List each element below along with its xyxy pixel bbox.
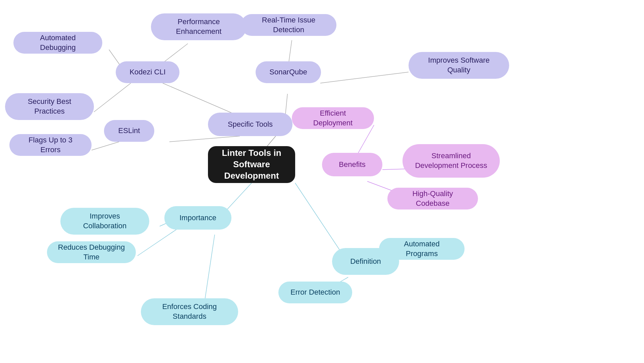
node-reduces-debugging-time: Reduces Debugging Time — [47, 241, 136, 263]
error-detection-label: Error Detection — [290, 288, 340, 297]
benefits-label: Benefits — [339, 160, 366, 170]
performance-enhancement-label: Performance Enhancement — [160, 17, 237, 36]
specific-tools-label: Specific Tools — [228, 120, 273, 129]
line-eslint-flags — [92, 142, 119, 150]
line-sonar-quality — [320, 72, 409, 83]
line-imp-enforces — [205, 235, 215, 302]
flags-up-to-3-errors-label: Flags Up to 3 Errors — [19, 135, 82, 155]
high-quality-codebase-label: High-Quality Codebase — [397, 189, 469, 208]
node-specific-tools: Specific Tools — [208, 113, 292, 136]
improves-software-quality-label: Improves Software Quality — [418, 56, 500, 75]
node-real-time-issue-detection: Real-Time Issue Detection — [241, 14, 336, 36]
node-improves-software-quality: Improves Software Quality — [409, 52, 509, 79]
kodezi-cli-label: Kodezi CLI — [129, 67, 166, 77]
node-high-quality-codebase: High-Quality Codebase — [387, 188, 478, 209]
node-benefits: Benefits — [322, 153, 382, 176]
line-st-eslint — [169, 136, 240, 142]
node-flags-up-to-3-errors: Flags Up to 3 Errors — [9, 134, 92, 156]
reduces-debugging-time-label: Reduces Debugging Time — [56, 243, 126, 262]
node-eslint: ESLint — [104, 120, 154, 142]
automated-programs-label: Automated Programs — [388, 239, 455, 258]
node-improves-collaboration: Improves Collaboration — [60, 208, 149, 235]
node-automated-programs: Automated Programs — [379, 238, 465, 260]
importance-label: Importance — [179, 213, 216, 223]
automated-debugging-label: Automated Debugging — [23, 33, 93, 52]
efficient-deployment-label: Efficient Deployment — [301, 109, 365, 128]
real-time-issue-detection-label: Real-Time Issue Detection — [250, 15, 327, 35]
node-automated-debugging: Automated Debugging — [13, 32, 102, 54]
mind-map-svg — [0, 0, 644, 363]
eslint-label: ESLint — [118, 126, 140, 136]
center-label: Linter Tools in Software Development — [217, 147, 286, 181]
sonarqube-label: SonarQube — [269, 67, 307, 77]
node-enforces-coding-standards: Enforces Coding Standards — [141, 298, 238, 325]
line-kodezi-sec — [94, 83, 131, 112]
node-streamlined-development-process: Streamlined Development Process — [402, 144, 500, 178]
node-importance: Importance — [164, 206, 231, 230]
enforces-coding-standards-label: Enforces Coding Standards — [150, 302, 229, 321]
improves-collaboration-label: Improves Collaboration — [70, 211, 140, 231]
center-node: Linter Tools in Software Development — [208, 146, 295, 183]
definition-label: Definition — [350, 257, 381, 266]
node-performance-enhancement: Performance Enhancement — [151, 13, 247, 40]
security-best-practices-label: Security Best Practices — [14, 97, 85, 116]
node-security-best-practices: Security Best Practices — [5, 93, 94, 120]
node-kodezi-cli: Kodezi CLI — [116, 61, 179, 83]
node-error-detection: Error Detection — [278, 282, 352, 303]
node-efficient-deployment: Efficient Deployment — [292, 107, 374, 129]
streamlined-development-process-label: Streamlined Development Process — [412, 151, 490, 170]
node-sonarqube: SonarQube — [256, 61, 321, 83]
